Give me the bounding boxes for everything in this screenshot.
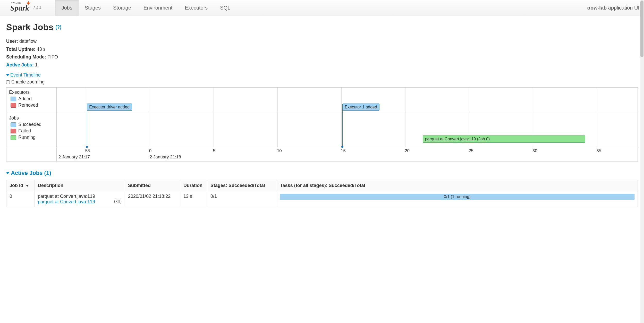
meta-uptime: Total Uptime: 43 s (6, 45, 638, 53)
tick-0: 0 (149, 148, 151, 154)
legend-succeeded-label: Succeeded (18, 122, 41, 127)
page-title: Spark Jobs (6, 22, 53, 32)
active-jobs-label[interactable]: Active Jobs: (6, 62, 34, 67)
meta-active-jobs: Active Jobs: 1 (6, 61, 638, 69)
tab-executors[interactable]: Executors (179, 0, 214, 16)
cell-stages: 0/1 (207, 191, 277, 207)
sched-value: FIFO (47, 54, 58, 60)
table-header-row: Job Id Description Submitted Duration St… (6, 180, 638, 191)
jobs-canvas[interactable]: parquet at Convert.java:119 (Job 0) (57, 113, 638, 147)
added-swatch-icon (11, 97, 16, 101)
legend-removed: Removed (11, 103, 54, 108)
chevron-down-icon (6, 172, 9, 174)
tab-stages[interactable]: Stages (79, 0, 107, 16)
col-tasks[interactable]: Tasks (for all stages): Succeeded/Total (277, 180, 638, 191)
executors-label-col: Executors Added Removed (6, 88, 57, 113)
meta-user: User: dataflow (6, 37, 638, 45)
tab-environment[interactable]: Environment (137, 0, 179, 16)
tick-55: 55 (85, 148, 90, 154)
desc-text: parquet at Convert.java:119 (38, 194, 122, 199)
tick-30: 30 (532, 148, 537, 154)
jobs-title: Jobs (9, 115, 54, 121)
legend-added: Added (11, 96, 54, 101)
scrollbar-thumb[interactable] (640, 1, 643, 57)
nav-tabs: Jobs Stages Storage Environment Executor… (55, 0, 237, 16)
running-swatch-icon (11, 135, 16, 140)
col-job-id-label: Job Id (10, 183, 23, 188)
content: Spark Jobs (?) User: dataflow Total Upti… (0, 16, 644, 214)
axis-spacer (6, 147, 57, 161)
timeline-row-jobs: Jobs Succeeded Failed Running (6, 113, 638, 147)
user-label: User: (6, 39, 18, 44)
page-header: Spark Jobs (?) (6, 22, 638, 32)
tab-jobs[interactable]: Jobs (55, 0, 79, 16)
cell-duration: 13 s (180, 191, 207, 207)
tick-20: 20 (405, 148, 410, 154)
legend-failed: Failed (11, 128, 54, 134)
uptime-label: Total Uptime: (6, 47, 36, 52)
col-description[interactable]: Description (35, 180, 125, 191)
legend-removed-label: Removed (18, 103, 38, 108)
timeline: Executors Added Removed (6, 87, 638, 162)
active-jobs-toggle[interactable]: Active Jobs (1) (6, 170, 638, 176)
event-executor-driver-added[interactable]: Executor driver added (87, 104, 132, 111)
uptime-value: 43 s (37, 47, 46, 52)
jobs-label-col: Jobs Succeeded Failed Running (6, 113, 57, 147)
timeline-axis: 55 0 5 10 15 20 25 30 35 2 January 21:17… (6, 147, 638, 161)
spark-star-icon: ✦ (26, 1, 31, 6)
legend-running-label: Running (18, 135, 36, 140)
apache-label: APACHE (11, 2, 21, 4)
cell-job-id: 0 (6, 191, 35, 207)
app-name: oow-lab (587, 5, 607, 11)
app-title: oow-lab application UI (587, 5, 639, 11)
tick-15: 15 (341, 148, 346, 154)
tick-35: 35 (596, 148, 601, 154)
legend-running: Running (11, 135, 54, 140)
active-jobs-table: Job Id Description Submitted Duration St… (6, 180, 638, 207)
legend-failed-label: Failed (18, 128, 31, 134)
active-jobs-value: 1 (35, 62, 38, 67)
succeeded-swatch-icon (11, 122, 16, 127)
pin-driver (87, 110, 87, 147)
event-timeline-toggle[interactable]: Event Timeline (6, 72, 638, 78)
spark-logo: APACHE Spark ✦ (10, 4, 29, 12)
page-scrollbar[interactable] (640, 0, 644, 214)
kill-link[interactable]: (kill) (114, 199, 122, 204)
legend-succeeded: Succeeded (11, 122, 54, 127)
zoom-checkbox-input[interactable] (6, 80, 10, 84)
chevron-down-icon (6, 74, 9, 76)
brand[interactable]: APACHE Spark ✦ 2.4.4 (10, 4, 41, 12)
app-suffix: application UI (608, 5, 639, 11)
col-duration[interactable]: Duration (180, 180, 207, 191)
user-value: dataflow (19, 39, 37, 44)
sort-desc-icon (26, 185, 29, 187)
enable-zooming-checkbox[interactable]: Enable zooming (6, 79, 638, 85)
date-label-0: 2 January 21:17 (58, 155, 90, 160)
tab-sql[interactable]: SQL (214, 0, 236, 16)
col-job-id[interactable]: Job Id (6, 180, 35, 191)
help-icon[interactable]: (?) (55, 24, 61, 30)
removed-swatch-icon (11, 103, 16, 108)
table-row: 0 parquet at Convert.java:119 parquet at… (6, 191, 638, 207)
executors-canvas[interactable]: Executor driver added Executor 1 added (57, 88, 638, 113)
event-job-0-running[interactable]: parquet at Convert.java:119 (Job 0) (423, 135, 585, 143)
meta-sched: Scheduling Mode: FIFO (6, 53, 638, 61)
desc-link[interactable]: parquet at Convert.java:119 (38, 199, 95, 204)
zoom-label: Enable zooming (11, 79, 45, 85)
legend-added-label: Added (18, 96, 32, 101)
navbar: APACHE Spark ✦ 2.4.4 Jobs Stages Storage… (0, 0, 644, 16)
tasks-progress-bar: 0/1 (1 running) (280, 194, 634, 200)
axis-canvas: 55 0 5 10 15 20 25 30 35 2 January 21:17… (57, 147, 638, 161)
tab-storage[interactable]: Storage (107, 0, 137, 16)
cell-tasks: 0/1 (1 running) (277, 191, 638, 207)
tick-5: 5 (213, 148, 215, 154)
col-submitted[interactable]: Submitted (125, 180, 180, 191)
spark-version: 2.4.4 (33, 6, 41, 12)
active-jobs-header: Active Jobs (1) (11, 170, 51, 176)
tick-10: 10 (277, 148, 282, 154)
executors-title: Executors (9, 90, 54, 95)
date-label-1: 2 January 21:18 (150, 155, 181, 160)
col-stages[interactable]: Stages: Succeeded/Total (207, 180, 277, 191)
meta-list: User: dataflow Total Uptime: 43 s Schedu… (6, 37, 638, 69)
event-executor-1-added[interactable]: Executor 1 added (342, 104, 379, 111)
